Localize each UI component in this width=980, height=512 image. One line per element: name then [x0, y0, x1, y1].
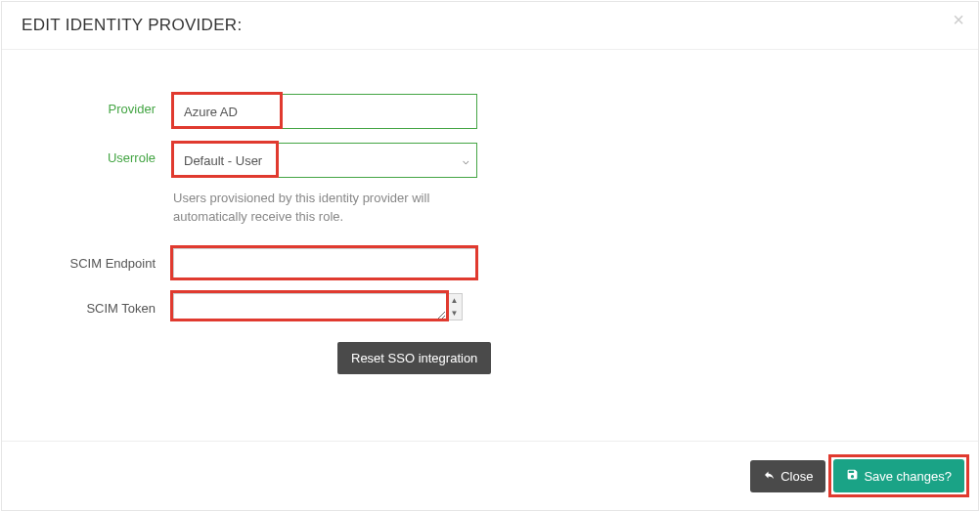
reset-sso-button[interactable]: Reset SSO integration — [337, 342, 491, 374]
scim-endpoint-input[interactable] — [173, 248, 477, 279]
row-scim-token: SCIM Token ▲▼ — [61, 293, 919, 324]
row-provider: Provider — [61, 94, 919, 129]
row-reset: Reset SSO integration — [61, 342, 919, 374]
stepper-down-icon[interactable]: ▼ — [447, 307, 462, 320]
modal-header: EDIT IDENTITY PROVIDER: × — [2, 2, 978, 50]
close-icon[interactable]: × — [953, 10, 964, 29]
userrole-select[interactable]: Default - User — [173, 143, 477, 178]
modal-title: EDIT IDENTITY PROVIDER: — [22, 16, 958, 35]
label-provider: Provider — [61, 94, 173, 116]
label-scim-token: SCIM Token — [61, 293, 173, 316]
save-icon — [846, 468, 859, 484]
close-button-label: Close — [780, 469, 813, 484]
scim-token-input[interactable] — [173, 293, 447, 320]
edit-identity-provider-modal: EDIT IDENTITY PROVIDER: × Provider Userr… — [1, 1, 979, 511]
save-button[interactable]: Save changes? — [833, 459, 964, 492]
userrole-help-text: Users provisioned by this identity provi… — [173, 188, 477, 227]
row-userrole-help: Users provisioned by this identity provi… — [61, 188, 919, 227]
label-userrole: Userrole — [61, 143, 173, 165]
modal-body: Provider Userrole Default - User ⌵ — [2, 50, 978, 441]
scim-token-stepper[interactable]: ▲▼ — [447, 293, 463, 320]
reply-icon — [763, 469, 776, 484]
row-userrole: Userrole Default - User ⌵ — [61, 143, 919, 178]
close-button[interactable]: Close — [750, 460, 825, 492]
label-scim-endpoint: SCIM Endpoint — [61, 248, 173, 271]
stepper-up-icon[interactable]: ▲ — [447, 294, 462, 307]
row-scim-endpoint: SCIM Endpoint — [61, 248, 919, 279]
modal-footer: Close Save changes? — [2, 441, 978, 510]
save-button-label: Save changes? — [864, 469, 952, 484]
provider-input[interactable] — [173, 94, 477, 129]
